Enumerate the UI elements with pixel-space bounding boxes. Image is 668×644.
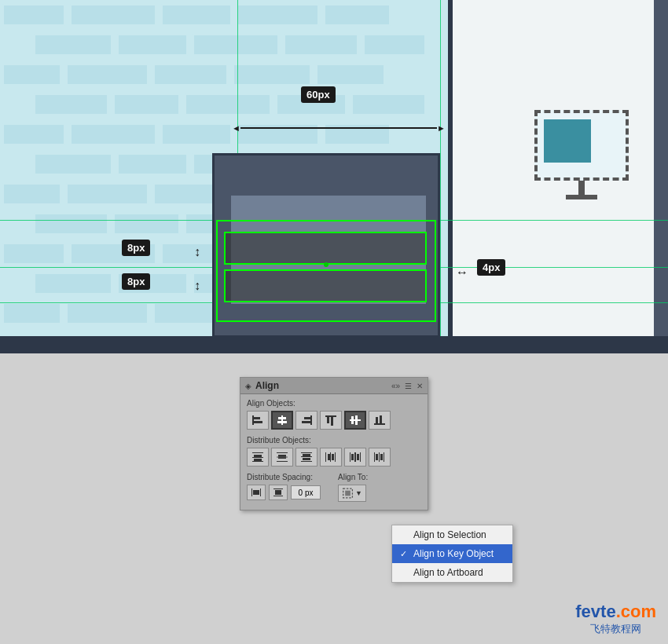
guide-line-vertical-2 [440, 0, 441, 353]
svg-rect-50 [273, 488, 283, 489]
svg-rect-45 [380, 454, 383, 460]
panel-title: Align [255, 380, 279, 391]
svg-rect-3 [281, 415, 283, 425]
panel-collapse-button[interactable]: «» [391, 382, 400, 390]
svg-rect-15 [374, 423, 385, 425]
svg-rect-20 [252, 457, 263, 458]
distribute-objects-label: Distribute Objects: [247, 436, 421, 445]
arrow-4px: ↔ [456, 265, 468, 280]
measure-60px-label: 60px [301, 86, 336, 103]
svg-rect-19 [254, 455, 262, 457]
align-objects-label: Align Objects: [247, 399, 421, 408]
panel-titlebar: ◈ Align «» ☰ ✕ [240, 378, 428, 394]
measure-8px-top-label: 8px [122, 240, 150, 256]
arrow-8px-bottom: ↕ [194, 279, 200, 293]
panel-menu-button[interactable]: ☰ [405, 382, 412, 390]
panel-body: Align Objects: [240, 394, 428, 510]
dropdown-item-selection[interactable]: Align to Selection [392, 525, 512, 544]
svg-rect-32 [325, 452, 326, 462]
svg-rect-23 [277, 452, 288, 453]
svg-rect-29 [301, 456, 312, 457]
arrow-8px-top: ↕ [194, 245, 200, 259]
panel-title-area: ◈ Align [245, 380, 279, 391]
svg-rect-51 [273, 496, 283, 496]
align-center-h-button[interactable] [271, 411, 293, 430]
svg-rect-54 [345, 491, 351, 496]
svg-rect-8 [302, 421, 310, 423]
panel-close-button[interactable]: ✕ [417, 382, 423, 390]
measure-8px-bottom-label: 8px [122, 273, 150, 290]
distribute-spacing-label: Distribute Spacing: [247, 473, 330, 481]
monitor-icon [534, 110, 629, 196]
svg-rect-44 [379, 452, 380, 462]
svg-rect-17 [380, 415, 382, 423]
panel-icon: ◈ [245, 382, 251, 390]
distribute-left-button[interactable] [320, 448, 342, 467]
watermark-dot-com: .com [616, 602, 656, 621]
svg-rect-47 [251, 488, 252, 496]
svg-rect-11 [331, 417, 333, 426]
arrow-60px: ◄ ► [232, 123, 446, 133]
svg-rect-27 [301, 452, 312, 453]
svg-rect-14 [355, 415, 358, 425]
dropdown-item-artboard[interactable]: Align to Artboard [392, 563, 512, 582]
align-left-button[interactable] [247, 411, 269, 430]
svg-rect-2 [254, 421, 262, 423]
align-top-button[interactable] [320, 411, 342, 430]
align-center-v-button[interactable] [344, 411, 366, 430]
align-right-button[interactable] [295, 411, 317, 430]
distribute-spacing-section: Distribute Spacing: [247, 473, 330, 505]
svg-rect-49 [253, 490, 259, 495]
svg-rect-10 [327, 417, 329, 423]
svg-rect-39 [354, 452, 356, 462]
bottom-sections: Distribute Spacing: Align To: [247, 473, 421, 505]
svg-rect-9 [325, 415, 336, 417]
distribute-center-v-button[interactable] [344, 448, 366, 467]
svg-rect-21 [254, 459, 262, 461]
selection-box-inner-1 [224, 232, 427, 265]
dist-space-v-button[interactable] [269, 485, 288, 500]
svg-rect-33 [328, 454, 330, 460]
distribute-right-button[interactable] [369, 448, 391, 467]
distribute-center-h-button[interactable] [271, 448, 293, 467]
watermark-top: fevte.com [575, 602, 656, 622]
dropdown-item-key-object[interactable]: ✓ Align to Key Object [392, 544, 512, 563]
svg-rect-40 [357, 454, 359, 460]
svg-rect-48 [260, 488, 261, 496]
check-mark-key-object: ✓ [400, 549, 409, 559]
distribute-spacing-row [247, 485, 330, 500]
svg-rect-13 [351, 416, 354, 424]
panel-controls[interactable]: «» ☰ ✕ [391, 382, 423, 390]
align-panel: ◈ Align «» ☰ ✕ Align Objects: [240, 377, 428, 510]
right-panel [448, 0, 668, 353]
svg-rect-34 [330, 452, 331, 462]
svg-rect-42 [374, 452, 375, 462]
align-objects-buttons [247, 411, 421, 430]
svg-rect-16 [376, 417, 378, 423]
svg-rect-43 [376, 454, 378, 460]
distribute-bottom-button[interactable] [295, 448, 317, 467]
svg-rect-7 [304, 417, 310, 419]
align-to-dropdown-button[interactable]: ▼ [338, 485, 366, 502]
measure-4px-label: 4px [477, 259, 505, 276]
svg-rect-36 [335, 452, 336, 462]
svg-rect-37 [350, 452, 351, 462]
spacing-input[interactable] [291, 485, 321, 499]
svg-rect-25 [277, 457, 288, 458]
bottom-bar [0, 336, 668, 353]
selection-box-inner-2 [224, 269, 427, 302]
distribute-objects-buttons [247, 448, 421, 467]
align-to-section: Align To: ▼ [338, 473, 421, 505]
svg-rect-52 [275, 490, 281, 495]
align-to-label: Align To: [338, 473, 421, 481]
watermark: fevte.com 飞特教程网 [575, 602, 656, 636]
svg-rect-18 [252, 452, 263, 453]
align-bottom-button[interactable] [369, 411, 391, 430]
dist-space-h-button[interactable] [247, 485, 266, 500]
svg-rect-28 [303, 454, 310, 456]
svg-rect-35 [332, 454, 334, 460]
align-dropdown-menu: Align to Selection ✓ Align to Key Object… [391, 525, 513, 583]
svg-rect-5 [277, 421, 287, 423]
watermark-bottom: 飞特教程网 [575, 622, 656, 636]
distribute-top-button[interactable] [247, 448, 269, 467]
